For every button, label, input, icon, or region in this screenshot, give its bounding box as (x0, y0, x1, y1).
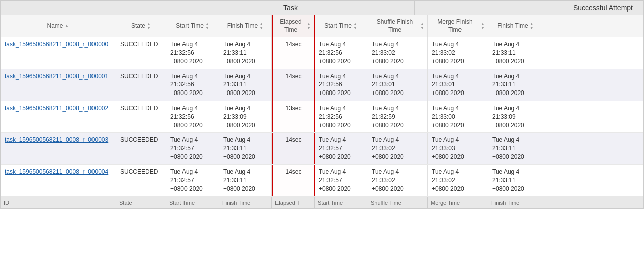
footer-id: ID (1, 197, 116, 208)
col-header-finish-time[interactable]: Finish Time ▲▼ (219, 15, 272, 37)
name-group-spacer (1, 1, 116, 15)
data-cell: Tue Aug 4 21:33:02 +0800 2020 (367, 133, 428, 164)
col-header-finish-time2[interactable]: Finish Time ▲▼ (488, 15, 543, 37)
column-header-row: Name ▲ State ▲▼ Start Time ▲▼ Finish Tim… (1, 15, 643, 37)
data-cell: SUCCEEDED (116, 101, 166, 132)
data-cell: Tue Aug 4 21:33:02 +0800 2020 (367, 165, 428, 196)
data-cell: SUCCEEDED (116, 133, 166, 164)
data-cell: Tue Aug 4 21:32:56 +0800 2020 (166, 101, 219, 132)
data-cell: Tue Aug 4 21:32:59 +0800 2020 (367, 101, 428, 132)
data-cell: Tue Aug 4 21:33:02 +0800 2020 (428, 165, 488, 196)
data-cell: Tue Aug 4 21:32:56 +0800 2020 (315, 69, 367, 101)
data-cell: Tue Aug 4 21:33:11 +0800 2020 (219, 133, 272, 164)
data-cell: Tue Aug 4 21:33:02 +0800 2020 (367, 37, 428, 68)
data-cell: Tue Aug 4 21:33:11 +0800 2020 (488, 37, 543, 68)
col-header-merge[interactable]: Merge Finish Time ▲▼ (428, 15, 488, 37)
data-rows-container: task_1596500568211_0008_r_000000SUCCEEDE… (1, 37, 643, 197)
data-cell: Tue Aug 4 21:33:02 +0800 2020 (428, 37, 488, 68)
footer-merge-time: Merge Time (428, 197, 488, 208)
data-cell: Tue Aug 4 21:33:11 +0800 2020 (219, 37, 272, 68)
task-group-header: Task (166, 1, 415, 15)
group-header-row: Task Successful Attempt (1, 1, 643, 15)
table-row: task_1596500568211_0008_r_000000SUCCEEDE… (1, 37, 643, 69)
task-name-link[interactable]: task_1596500568211_0008_r_000001 (1, 69, 116, 101)
data-cell: 14sec (272, 165, 315, 196)
table-row: task_1596500568211_0008_r_000002SUCCEEDE… (1, 101, 643, 133)
col-header-name[interactable]: Name ▲ (1, 15, 116, 37)
data-cell: Tue Aug 4 21:32:56 +0800 2020 (315, 37, 367, 68)
col-header-start-time2[interactable]: Start Time ▲▼ (315, 15, 367, 37)
sort-icon-name: ▲ (65, 24, 69, 28)
data-cell: Tue Aug 4 21:32:56 +0800 2020 (315, 101, 367, 132)
col-header-shuffle[interactable]: Shuffle Finish Time ▲▼ (367, 15, 428, 37)
data-cell: Tue Aug 4 21:33:11 +0800 2020 (488, 165, 543, 196)
sort-icon-finish-time2: ▲▼ (530, 22, 534, 29)
data-cell: Tue Aug 4 21:33:01 +0800 2020 (367, 69, 428, 101)
data-cell: Tue Aug 4 21:32:57 +0800 2020 (166, 165, 219, 196)
col-header-state[interactable]: State ▲▼ (116, 15, 166, 37)
data-cell: Tue Aug 4 21:32:56 +0800 2020 (166, 37, 219, 68)
data-cell: Tue Aug 4 21:33:03 +0800 2020 (428, 133, 488, 164)
sort-icon-start-time2: ▲▼ (353, 22, 357, 29)
footer-finish-time: Finish Time (219, 197, 272, 208)
col-header-elapsed[interactable]: Elapsed Time ▲▼ (272, 15, 315, 37)
data-cell: Tue Aug 4 21:33:11 +0800 2020 (488, 69, 543, 101)
footer-elapsed: Elapsed T (272, 197, 315, 208)
sort-icon-merge: ▲▼ (481, 22, 485, 29)
table-row: task_1596500568211_0008_r_000001SUCCEEDE… (1, 69, 643, 101)
sort-icon-finish-time: ▲▼ (259, 22, 263, 29)
data-cell: 14sec (272, 37, 315, 68)
successful-group-header: Successful Attempt (415, 1, 643, 15)
sort-icon-state: ▲▼ (147, 22, 151, 29)
data-cell: SUCCEEDED (116, 37, 166, 68)
state-group-spacer (116, 1, 166, 15)
task-name-link[interactable]: task_1596500568211_0008_r_000003 (1, 133, 116, 164)
sort-icon-shuffle: ▲▼ (420, 22, 424, 29)
task-name-link[interactable]: task_1596500568211_0008_r_000000 (1, 37, 116, 68)
data-cell: Tue Aug 4 21:33:11 +0800 2020 (219, 165, 272, 196)
footer-shuffle-time: Shuffle Time (367, 197, 428, 208)
data-cell: 13sec (272, 101, 315, 132)
sort-icon-elapsed: ▲▼ (307, 22, 311, 29)
data-cell: SUCCEEDED (116, 165, 166, 196)
footer-finish-time2: Finish Time (488, 197, 543, 208)
footer-start-time: Start Time (166, 197, 219, 208)
task-name-link[interactable]: task_1596500568211_0008_r_000002 (1, 101, 116, 132)
table-row: task_1596500568211_0008_r_000004SUCCEEDE… (1, 165, 643, 197)
data-cell: Tue Aug 4 21:33:11 +0800 2020 (488, 133, 543, 164)
footer-row: ID State Start Time Finish Time Elapsed … (1, 197, 643, 208)
table-row: task_1596500568211_0008_r_000003SUCCEEDE… (1, 133, 643, 164)
data-cell: Tue Aug 4 21:33:01 +0800 2020 (428, 69, 488, 101)
data-cell: Tue Aug 4 21:33:09 +0800 2020 (488, 101, 543, 132)
task-name-link[interactable]: task_1596500568211_0008_r_000004 (1, 165, 116, 196)
data-cell: 14sec (272, 133, 315, 164)
footer-start-time2: Start Time (315, 197, 367, 208)
data-cell: Tue Aug 4 21:33:11 +0800 2020 (219, 69, 272, 101)
data-cell: SUCCEEDED (116, 69, 166, 101)
col-header-start-time[interactable]: Start Time ▲▼ (166, 15, 219, 37)
footer-state: State (116, 197, 166, 208)
sort-icon-start-time: ▲▼ (205, 22, 209, 29)
data-cell: Tue Aug 4 21:32:57 +0800 2020 (315, 165, 367, 196)
data-cell: 14sec (272, 69, 315, 101)
data-cell: Tue Aug 4 21:32:57 +0800 2020 (166, 133, 219, 164)
data-cell: Tue Aug 4 21:33:09 +0800 2020 (219, 101, 272, 132)
data-cell: Tue Aug 4 21:32:57 +0800 2020 (315, 133, 367, 164)
data-cell: Tue Aug 4 21:33:00 +0800 2020 (428, 101, 488, 132)
main-table: Task Successful Attempt Name ▲ State ▲▼ … (0, 0, 644, 209)
data-cell: Tue Aug 4 21:32:56 +0800 2020 (166, 69, 219, 101)
